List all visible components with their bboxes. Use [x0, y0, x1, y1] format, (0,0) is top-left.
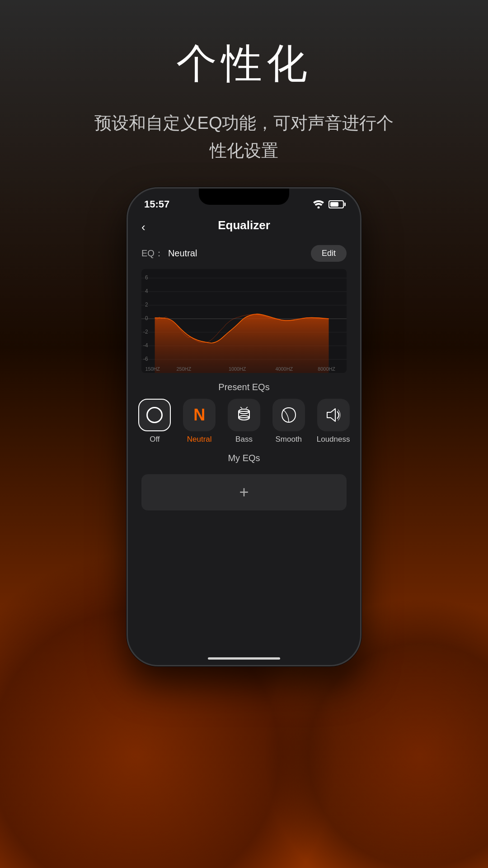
svg-text:8000HZ: 8000HZ: [318, 366, 335, 372]
eq-section: EQ： Neutral Edit: [128, 241, 360, 373]
status-time: 15:57: [144, 198, 169, 210]
status-icons: [313, 200, 344, 208]
notch: [199, 189, 289, 205]
preset-bass-label: Bass: [235, 435, 253, 444]
eq-presets-list: Off N Neutral: [128, 399, 360, 444]
leaf-icon: [281, 407, 296, 423]
page-title: 个性化: [86, 36, 402, 91]
eq-label-left: EQ： Neutral: [141, 247, 197, 259]
svg-text:-4: -4: [143, 342, 148, 349]
vol-up-button: [127, 320, 127, 356]
drum-icon: [236, 407, 252, 423]
preset-neutral-icon: N: [183, 399, 216, 431]
my-eqs-title: My EQs: [128, 444, 360, 470]
eq-chart: 6 4 2 0 -2 -4 -6: [141, 269, 347, 373]
svg-text:6: 6: [145, 274, 148, 281]
preset-loudness[interactable]: Loudness: [311, 399, 356, 444]
page-content: 个性化 预设和自定义EQ功能，可对声音进行个性化设置 15:57: [0, 0, 488, 868]
eq-chart-svg: 6 4 2 0 -2 -4 -6: [141, 269, 347, 373]
eq-label: EQ：: [141, 247, 164, 259]
home-indicator: [208, 657, 280, 660]
svg-rect-21: [239, 411, 249, 418]
svg-text:4000HZ: 4000HZ: [276, 366, 293, 372]
nav-bar: ‹ Equalizer: [128, 213, 360, 241]
svg-text:150HZ: 150HZ: [145, 366, 160, 372]
nav-title: Equalizer: [218, 218, 270, 232]
preset-smooth-icon: [272, 399, 305, 431]
header-section: 个性化 预设和自定义EQ功能，可对声音进行个性化设置: [86, 0, 402, 178]
svg-text:0: 0: [145, 315, 148, 321]
my-eqs-section: +: [128, 470, 360, 510]
svg-point-0: [318, 207, 320, 209]
preset-bass-icon: [228, 399, 260, 431]
svg-text:-6: -6: [143, 356, 148, 362]
preset-loudness-label: Loudness: [317, 435, 350, 444]
svg-text:4: 4: [145, 288, 148, 294]
wifi-icon: [313, 200, 324, 208]
preset-off[interactable]: Off: [132, 399, 177, 444]
svg-line-23: [240, 407, 242, 409]
add-eq-button[interactable]: +: [141, 474, 347, 510]
phone-mockup: 15:57 ‹ Equalizer: [127, 187, 361, 666]
svg-marker-25: [327, 409, 335, 421]
svg-text:1000HZ: 1000HZ: [229, 366, 246, 372]
eq-label-row: EQ： Neutral Edit: [141, 245, 347, 262]
back-button[interactable]: ‹: [141, 220, 145, 234]
phone-screen: 15:57 ‹ Equalizer: [128, 189, 360, 665]
page-subtitle: 预设和自定义EQ功能，可对声音进行个性化设置: [86, 109, 402, 165]
preset-smooth-label: Smooth: [275, 435, 302, 444]
svg-line-24: [246, 407, 248, 409]
off-circle-icon: [146, 407, 163, 423]
preset-neutral-label: Neutral: [187, 435, 212, 444]
battery-icon: [328, 200, 344, 208]
svg-text:-2: -2: [143, 329, 148, 335]
preset-smooth[interactable]: Smooth: [266, 399, 311, 444]
preset-loudness-icon: [317, 399, 350, 431]
speaker-icon: [325, 407, 342, 423]
power-button: [361, 302, 361, 351]
preset-neutral[interactable]: N Neutral: [177, 399, 222, 444]
edit-button[interactable]: Edit: [311, 245, 347, 262]
svg-text:250HZ: 250HZ: [176, 366, 191, 372]
present-eqs-title: Present EQs: [128, 373, 360, 399]
preset-off-label: Off: [150, 435, 160, 444]
neutral-letter: N: [193, 406, 205, 425]
preset-off-icon: [138, 399, 171, 431]
preset-bass[interactable]: Bass: [222, 399, 267, 444]
svg-text:2: 2: [145, 302, 148, 308]
eq-current-value: Neutral: [168, 248, 197, 259]
